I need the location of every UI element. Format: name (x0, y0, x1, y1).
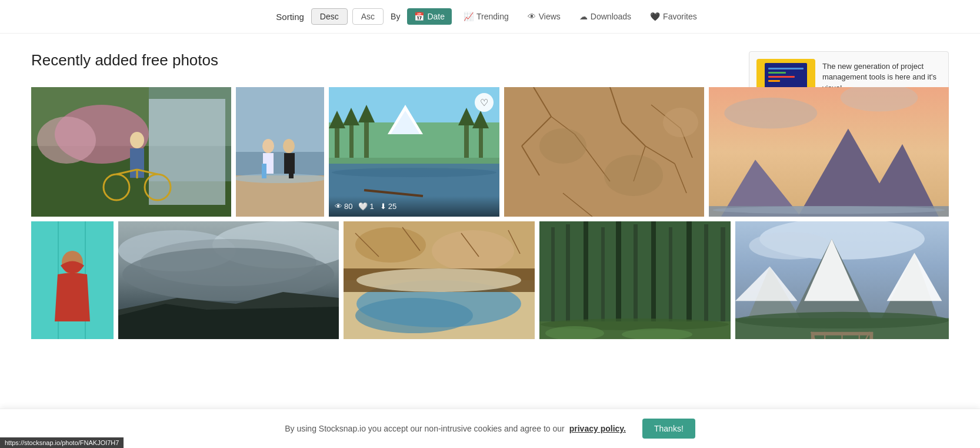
sort-date-button[interactable]: 📅 Date (407, 8, 452, 25)
photo-row-1: ♡ 👁 80 🤍 1 ⬇ 25 (31, 87, 949, 217)
heart-icon: 🤍 (358, 202, 368, 211)
views-stat: 👁 80 (335, 202, 352, 211)
sorting-label: Sorting (276, 12, 304, 22)
svg-rect-105 (539, 221, 731, 339)
svg-point-59 (663, 108, 698, 137)
svg-rect-3 (149, 99, 225, 205)
photo-item[interactable] (236, 87, 324, 217)
svg-point-76 (122, 248, 334, 301)
by-label: By (391, 12, 400, 21)
svg-point-58 (604, 155, 663, 196)
svg-point-6 (130, 132, 144, 148)
calendar-icon: 📅 (414, 12, 424, 21)
svg-rect-121 (869, 332, 873, 339)
photo-item[interactable] (31, 221, 114, 339)
svg-point-20 (283, 139, 295, 153)
sort-favorites-button[interactable]: 🖤 Favorites (643, 8, 704, 25)
favorite-button[interactable]: ♡ (475, 93, 494, 112)
svg-point-110 (749, 232, 832, 260)
svg-point-39 (332, 168, 496, 177)
svg-rect-42 (504, 87, 704, 217)
photo-row-2 (31, 221, 949, 339)
photo-item[interactable]: ♡ 👁 80 🤍 1 ⬇ 25 (329, 87, 499, 217)
trending-icon: 📈 (464, 12, 474, 21)
svg-rect-32 (364, 117, 369, 158)
photo-item[interactable] (539, 221, 731, 339)
sorting-bar: Sorting Desc Asc By 📅 Date 📈 Trending 👁 … (0, 0, 980, 34)
svg-point-118 (735, 312, 949, 328)
photo-item[interactable] (31, 87, 231, 217)
cloud-icon: ☁ (579, 12, 588, 21)
svg-point-86 (356, 268, 521, 292)
eye-icon: 👁 (335, 202, 342, 211)
svg-point-16 (236, 174, 324, 183)
eye-icon: 👁 (528, 12, 536, 21)
download-icon: ⬇ (380, 202, 386, 211)
photo-item[interactable] (344, 221, 535, 339)
svg-point-17 (262, 139, 274, 153)
downloads-stat: ⬇ 25 (380, 202, 396, 211)
asc-button[interactable]: Asc (352, 8, 384, 25)
sort-downloads-button[interactable]: ☁ Downloads (572, 8, 638, 25)
main-content: Recently added free photos monday.com Th… (19, 34, 961, 351)
photo-stats: 👁 80 🤍 1 ⬇ 25 (329, 196, 499, 217)
svg-point-5 (37, 117, 96, 164)
svg-point-67 (713, 206, 945, 214)
photo-item[interactable] (709, 87, 949, 217)
sort-views-button[interactable]: 👁 Views (521, 8, 568, 25)
desc-button[interactable]: Desc (311, 8, 348, 25)
heart-icon: 🖤 (650, 12, 660, 21)
photo-item[interactable] (504, 87, 704, 217)
svg-point-81 (355, 298, 473, 333)
sort-trending-button[interactable]: 📈 Trending (456, 8, 516, 25)
svg-rect-19 (262, 164, 266, 178)
svg-rect-22 (289, 164, 294, 178)
svg-point-57 (539, 128, 586, 164)
favorites-stat: 🤍 1 (358, 202, 374, 211)
photo-item[interactable] (735, 221, 949, 339)
svg-point-84 (432, 230, 514, 271)
photo-item[interactable] (118, 221, 339, 339)
svg-point-61 (724, 98, 817, 129)
